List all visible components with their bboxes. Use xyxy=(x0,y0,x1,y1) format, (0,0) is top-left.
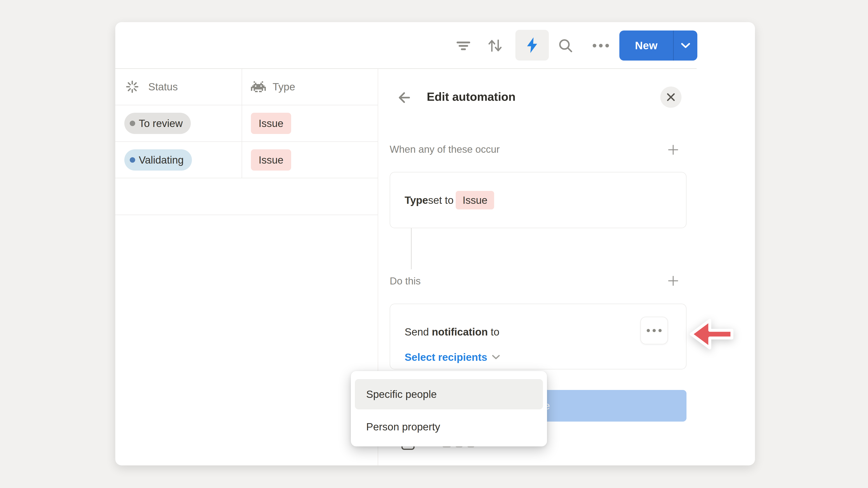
trigger-value-tag: Issue xyxy=(456,191,494,209)
action-section-label: Do this xyxy=(390,275,421,287)
status-dot-icon xyxy=(130,121,135,126)
chevron-down-icon xyxy=(681,43,690,48)
action-card[interactable]: Send notification to Select recipients xyxy=(390,304,686,369)
trigger-property: Type xyxy=(405,194,428,206)
search-icon[interactable] xyxy=(556,36,576,56)
sort-icon[interactable] xyxy=(485,36,505,56)
column-header-type[interactable]: Type xyxy=(251,69,368,105)
menu-item-specific-people[interactable]: Specific people xyxy=(355,379,543,410)
filter-icon[interactable] xyxy=(454,36,473,56)
add-trigger-button[interactable] xyxy=(668,144,679,155)
menu-item-person-property[interactable]: Person property xyxy=(355,412,543,442)
space-invader-icon xyxy=(251,81,266,92)
column-header-label: Type xyxy=(273,80,295,93)
table-row[interactable]: To review xyxy=(124,105,237,141)
column-header-label: Status xyxy=(148,80,178,93)
database-window: New Status xyxy=(115,22,755,465)
close-button[interactable] xyxy=(660,87,682,108)
menu-item-label: Specific people xyxy=(366,388,437,400)
type-label: Issue xyxy=(258,117,283,129)
plus-icon xyxy=(668,275,679,286)
status-label: To review xyxy=(139,117,183,129)
table-cell[interactable]: Issue xyxy=(251,142,368,178)
new-dropdown-button[interactable] xyxy=(674,31,698,61)
select-recipients-dropdown[interactable]: Select recipients xyxy=(405,351,487,363)
dot xyxy=(647,329,650,332)
action-prefix: Send xyxy=(405,326,432,338)
flow-connector-line xyxy=(411,228,412,269)
panel-title: Edit automation xyxy=(427,90,516,103)
trigger-card[interactable]: Type set to Issue xyxy=(390,172,686,228)
screenshot-root: New Status xyxy=(0,0,868,488)
dot xyxy=(653,329,656,332)
action-emphasis: notification xyxy=(432,326,488,338)
trigger-value: Issue xyxy=(463,194,487,206)
status-dot-icon xyxy=(130,157,135,163)
new-button-label[interactable]: New xyxy=(619,31,673,61)
action-more-button[interactable] xyxy=(640,317,668,344)
column-header-status[interactable]: Status xyxy=(125,69,238,105)
chevron-down-icon[interactable] xyxy=(492,355,500,360)
action-suffix: to xyxy=(488,326,499,338)
status-spinner-icon xyxy=(125,79,140,94)
dot xyxy=(658,329,662,332)
table-cell[interactable]: Issue xyxy=(251,105,368,141)
lightning-icon xyxy=(525,37,539,54)
table-row[interactable]: Validating xyxy=(124,142,237,178)
trigger-section-label: When any of these occur xyxy=(390,144,500,155)
status-label: Validating xyxy=(139,154,184,166)
close-icon xyxy=(666,93,675,101)
column-divider xyxy=(242,69,242,178)
type-tag[interactable]: Issue xyxy=(251,149,291,170)
type-label: Issue xyxy=(258,154,283,166)
status-badge[interactable]: To review xyxy=(124,113,191,134)
type-tag[interactable]: Issue xyxy=(251,113,291,134)
new-button[interactable]: New xyxy=(619,31,698,61)
menu-item-label: Person property xyxy=(366,421,440,433)
back-arrow-icon xyxy=(396,89,413,106)
add-action-button[interactable] xyxy=(668,275,679,286)
more-icon[interactable] xyxy=(591,36,611,56)
row-border xyxy=(115,215,378,215)
plus-icon xyxy=(668,144,679,155)
recipients-dropdown-menu: Specific people Person property xyxy=(351,371,547,447)
trigger-connector: set to xyxy=(428,194,454,206)
automations-lightning-button[interactable] xyxy=(515,30,549,61)
back-button[interactable] xyxy=(395,88,414,107)
annotation-arrow-icon xyxy=(688,316,735,354)
status-badge[interactable]: Validating xyxy=(124,149,192,170)
